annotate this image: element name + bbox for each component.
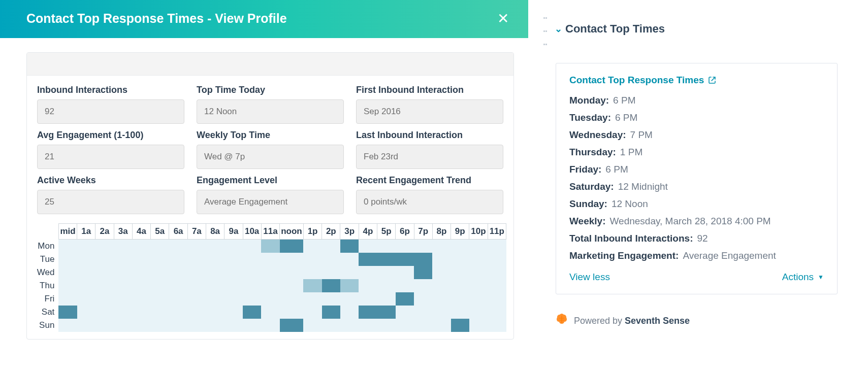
heatmap-cell [95, 319, 114, 332]
heatmap-cell [488, 253, 506, 266]
view-less-link[interactable]: View less [569, 272, 610, 283]
heatmap-cell [469, 306, 488, 319]
metric-value: Sep 2016 [356, 99, 503, 124]
heatmap-col-header: 3p [340, 224, 359, 240]
heatmap-cell [488, 266, 506, 279]
heatmap-cell [432, 240, 451, 253]
heatmap-cell [132, 279, 150, 292]
heatmap-cell [224, 306, 243, 319]
heatmap-cell [243, 292, 261, 306]
heatmap-cell [77, 240, 95, 253]
side-panel-header[interactable]: ⌄ Contact Top Times [542, 9, 838, 49]
heatmap-cell [322, 266, 340, 279]
heatmap-cell [77, 279, 95, 292]
heatmap-col-header: 11a [261, 224, 279, 240]
heatmap-cell [451, 319, 469, 332]
heatmap-cell [359, 292, 377, 306]
heatmap-cell [206, 292, 224, 306]
metric-label: Engagement Level [197, 175, 344, 186]
metric-5: Last Inbound InteractionFeb 23rd [356, 130, 503, 169]
metric-7: Engagement LevelAverage Engagement [197, 175, 344, 214]
heatmap-cell [303, 240, 322, 253]
heatmap-cell [261, 306, 279, 319]
brain-icon [556, 314, 569, 328]
top-time-row: Sunday:12 Noon [569, 198, 824, 210]
actions-label: Actions [782, 272, 814, 283]
heatmap-cell [169, 279, 187, 292]
actions-dropdown[interactable]: Actions ▼ [782, 272, 824, 283]
heatmap-cell [132, 253, 150, 266]
heatmap-cell [243, 240, 261, 253]
heatmap-cell [261, 266, 279, 279]
metric-value: Wed @ 7p [197, 145, 344, 169]
top-time-row: Tuesday:6 PM [569, 112, 824, 123]
heatmap-cell [280, 279, 304, 292]
heatmap-col-header: 5p [377, 224, 396, 240]
modal-header: Contact Top Response Times - View Profil… [0, 0, 528, 38]
heatmap-cell [243, 266, 261, 279]
heatmap-cell [224, 319, 243, 332]
top-time-row: Monday:6 PM [569, 95, 824, 106]
heatmap-cell [151, 292, 169, 306]
top-time-label: Wednesday: [569, 129, 626, 140]
heatmap-cell [243, 253, 261, 266]
heatmap-cell [187, 292, 206, 306]
heatmap-cell [303, 306, 322, 319]
top-time-value: 6 PM [615, 112, 637, 123]
heatmap-cell [396, 279, 414, 292]
heatmap-row-label: Fri [34, 292, 58, 306]
heatmap-cell [432, 306, 451, 319]
heatmap-cell [340, 240, 359, 253]
heatmap-col-header: 6a [169, 224, 187, 240]
heatmap-cell [169, 253, 187, 266]
heatmap-row-label: Mon [34, 240, 58, 253]
heatmap-cell [58, 266, 77, 279]
profile-card: Inbound Interactions92Top Time Today12 N… [26, 52, 514, 340]
heatmap-cell [95, 266, 114, 279]
response-times-link-label: Contact Top Response Times [569, 75, 704, 86]
heatmap-cell [432, 266, 451, 279]
heatmap-cell [261, 319, 279, 332]
heatmap-cell [414, 253, 432, 266]
heatmap-cell [451, 240, 469, 253]
heatmap-col-header: 2p [322, 224, 340, 240]
heatmap-cell [95, 253, 114, 266]
heatmap-row-label: Sun [34, 319, 58, 332]
heatmap-cell [114, 266, 132, 279]
chevron-down-icon[interactable]: ⌄ [555, 23, 562, 35]
heatmap-cell [469, 279, 488, 292]
metric-value: 25 [37, 190, 184, 214]
card-grey-strip [27, 53, 513, 76]
heatmap-col-header: 10p [469, 224, 488, 240]
external-link-icon [708, 76, 716, 84]
heatmap-cell [303, 266, 322, 279]
heatmap-cell [243, 306, 261, 319]
heatmap-cell [261, 292, 279, 306]
heatmap-cell [206, 279, 224, 292]
heatmap-cell [322, 319, 340, 332]
top-time-label: Total Inbound Interactions: [569, 233, 693, 244]
heatmap-cell [151, 306, 169, 319]
metric-label: Avg Engagement (1-100) [37, 130, 184, 141]
heatmap-cell [488, 319, 506, 332]
heatmap-cell [340, 266, 359, 279]
top-time-value: 12 Noon [612, 198, 648, 209]
heatmap-cell [58, 306, 77, 319]
response-times-link[interactable]: Contact Top Response Times [569, 75, 716, 86]
heatmap-row-label: Sat [34, 306, 58, 319]
heatmap-cell [340, 253, 359, 266]
heatmap-cell [169, 292, 187, 306]
heatmap-cell [280, 266, 304, 279]
heatmap-cell [132, 292, 150, 306]
heatmap-cell [359, 306, 377, 319]
side-card: Contact Top Response Times Monday:6 PMTu… [556, 63, 838, 294]
heatmap-col-header: 8p [432, 224, 451, 240]
metrics-grid: Inbound Interactions92Top Time Today12 N… [27, 76, 513, 218]
drag-handle-icon[interactable] [543, 9, 549, 49]
modal-title: Contact Top Response Times - View Profil… [26, 11, 287, 26]
close-icon[interactable]: ✕ [497, 12, 509, 26]
heatmap-cell [414, 306, 432, 319]
heatmap-cell [187, 319, 206, 332]
heatmap-cell [396, 292, 414, 306]
heatmap-row-label: Thu [34, 279, 58, 292]
